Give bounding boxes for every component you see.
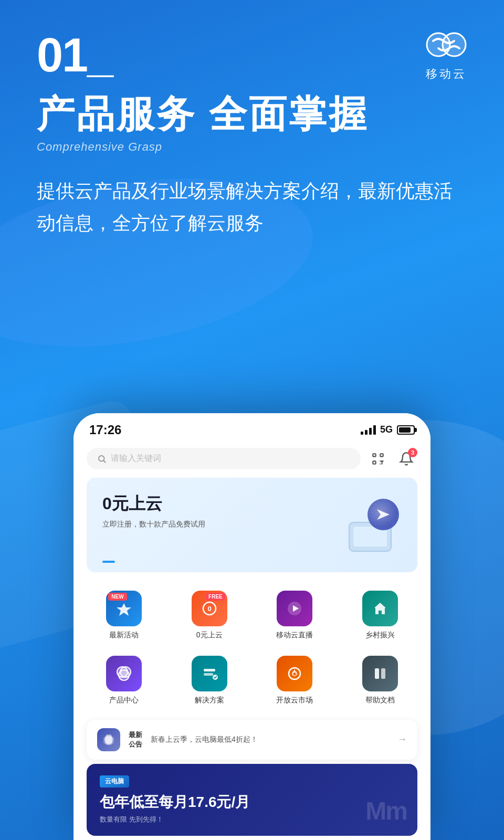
battery-icon <box>397 425 415 435</box>
svg-rect-32 <box>104 736 113 744</box>
svg-rect-6 <box>373 461 375 464</box>
icon-grid: NEW 最新活动 FREE 0 0元上云 <box>74 572 430 716</box>
live-icon-box <box>277 591 312 626</box>
svg-point-20 <box>119 670 129 680</box>
svg-rect-21 <box>204 669 215 671</box>
icon-item-product[interactable]: 产品中心 <box>81 648 167 713</box>
notification-badge: 3 <box>408 448 417 457</box>
svg-rect-5 <box>380 454 383 456</box>
solution-icon-box <box>192 656 227 691</box>
logo-container: 移动云 <box>425 32 467 82</box>
announcement-label-container: 最新 公告 <box>129 730 142 749</box>
svg-rect-28 <box>375 668 379 679</box>
cloud-pc-description: 数量有限 先到先得！ <box>100 815 404 824</box>
icon-item-market[interactable]: ★ 开放云市场 <box>252 648 338 713</box>
cloud-pc-tag: 云电脑 <box>100 775 129 788</box>
svg-line-3 <box>103 460 105 462</box>
svg-text:★: ★ <box>292 671 297 677</box>
announcement-label: 最新 <box>129 730 142 740</box>
svg-marker-13 <box>117 603 131 616</box>
new-badge: NEW <box>108 593 127 601</box>
icon-item-solution[interactable]: 解决方案 <box>167 648 253 713</box>
description: 提供云产品及行业场景解决方案介绍，最新优惠活动信息，全方位了解云服务 <box>37 175 467 239</box>
svg-point-1 <box>443 33 466 56</box>
solution-label: 解决方案 <box>195 696 224 705</box>
title-section: 产品服务 全面掌握 Comprehensive Grasp 提供云产品及行业场景… <box>0 82 504 239</box>
free-icon: 0 <box>201 600 218 617</box>
live-icon <box>286 600 303 617</box>
activity-label: 最新活动 <box>109 631 139 640</box>
market-icon-box: ★ <box>277 656 312 691</box>
signal-bar-1 <box>361 432 363 435</box>
icon-item-live[interactable]: 移动云直播 <box>252 583 338 648</box>
icon-item-activity[interactable]: NEW 最新活动 <box>81 583 167 648</box>
cloud-pc-banner[interactable]: 云电脑 包年低至每月17.6元/月 数量有限 先到先得！ Mm <box>87 764 417 836</box>
product-icon <box>115 665 133 682</box>
search-icon <box>97 454 107 464</box>
live-label: 移动云直播 <box>276 631 313 640</box>
free-icon-box: FREE 0 <box>192 591 227 626</box>
sub-title: Comprehensive Grasp <box>37 140 467 154</box>
help-icon-box <box>362 656 398 691</box>
announcement-bar[interactable]: 最新 公告 新春上云季，云电脑最低4折起！ → <box>87 720 417 760</box>
rural-icon-box <box>362 591 398 626</box>
help-icon <box>371 665 389 682</box>
notification-button[interactable]: 3 <box>395 448 417 470</box>
rural-icon <box>371 600 389 617</box>
banner-illustration <box>339 491 407 559</box>
solution-icon <box>201 665 218 682</box>
announcement-arrow[interactable]: → <box>397 734 407 745</box>
announcement-text: 新春上云季，云电脑最低4折起！ <box>151 735 389 744</box>
market-icon: ★ <box>286 665 303 682</box>
header: 01_ 移动云 <box>0 0 504 82</box>
search-bar-container: 请输入关键词 3 <box>74 443 430 478</box>
svg-rect-22 <box>204 673 213 676</box>
svg-rect-4 <box>373 454 375 456</box>
scan-button[interactable] <box>367 448 389 470</box>
status-5g: 5G <box>380 424 393 435</box>
icon-item-rural[interactable]: 乡村振兴 <box>338 583 423 648</box>
signal-bar-2 <box>365 430 368 435</box>
banner[interactable]: 0元上云 立即注册，数十款产品免费试用 <box>87 478 417 572</box>
status-bar: 17:26 5G <box>74 413 430 443</box>
main-title: 产品服务 全面掌握 <box>37 92 467 136</box>
banner-indicator <box>102 561 115 563</box>
search-bar[interactable]: 请输入关键词 <box>87 448 361 469</box>
activity-icon <box>116 600 132 617</box>
cloud-pc-title: 包年低至每月17.6元/月 <box>100 793 404 812</box>
status-icons: 5G <box>361 424 415 435</box>
phone-mockup: 17:26 5G 请输入关键词 <box>74 413 430 840</box>
signal-bar-4 <box>373 425 376 435</box>
rural-label: 乡村振兴 <box>365 631 395 640</box>
icon-item-free[interactable]: FREE 0 0元上云 <box>167 583 253 648</box>
svg-text:0: 0 <box>207 605 211 613</box>
svg-rect-29 <box>381 668 385 679</box>
announcement-icon-box <box>97 728 120 751</box>
scan-icon <box>371 452 385 466</box>
logo-text: 移动云 <box>426 66 467 82</box>
free-label: 0元上云 <box>196 631 223 640</box>
signal-bars <box>361 425 376 435</box>
help-label: 帮助文档 <box>365 696 395 705</box>
activity-icon-box: NEW <box>106 591 142 626</box>
status-time: 17:26 <box>89 423 121 437</box>
watermark: Mm <box>365 796 407 825</box>
step-number: 01_ <box>37 32 112 79</box>
announcement-label-2: 公告 <box>129 740 142 749</box>
search-placeholder: 请输入关键词 <box>111 453 161 464</box>
phone-container: 17:26 5G 请输入关键词 <box>74 413 430 840</box>
product-label: 产品中心 <box>109 696 139 705</box>
battery-fill <box>399 427 411 433</box>
signal-bar-3 <box>369 428 372 435</box>
logo-icon <box>425 32 467 63</box>
icon-item-help[interactable]: 帮助文档 <box>338 648 423 713</box>
market-label: 开放云市场 <box>276 696 313 705</box>
product-icon-box <box>106 656 142 691</box>
free-badge: FREE <box>206 593 225 601</box>
announcement-icon <box>101 732 116 747</box>
